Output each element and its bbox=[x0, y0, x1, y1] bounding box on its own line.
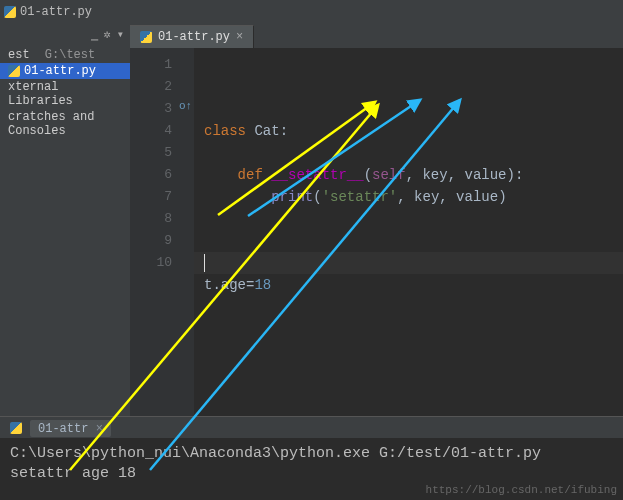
hide-icon[interactable]: ▾ bbox=[117, 27, 124, 42]
stdout-line: setattr age 18 bbox=[10, 465, 136, 482]
run-config-tab[interactable]: 01-attr × bbox=[30, 420, 111, 437]
current-line-highlight bbox=[194, 252, 623, 274]
external-libraries[interactable]: xternal Libraries bbox=[0, 79, 130, 109]
project-tree[interactable]: est G:\test 01-attr.py xternal Libraries… bbox=[0, 45, 130, 141]
python-file-icon bbox=[4, 6, 16, 18]
editor-tab[interactable]: 01-attr.py × bbox=[130, 25, 254, 48]
collapse-icon[interactable]: ⎯ bbox=[91, 28, 98, 42]
title-bar: 01-attr.py bbox=[0, 0, 623, 25]
fold-column: o↑ bbox=[178, 48, 194, 416]
command-line: C:\Users\python_nui\Anaconda3\python.exe… bbox=[10, 445, 541, 462]
editor-tab-strip: 01-attr.py × bbox=[130, 24, 623, 49]
python-file-icon bbox=[8, 65, 20, 77]
python-file-icon bbox=[10, 422, 22, 434]
line-number-gutter: 12345678910 bbox=[130, 48, 178, 416]
code-area[interactable]: class Cat: def __setattr__(self, key, va… bbox=[194, 48, 623, 416]
sidebar-toolbar: ⎯ ✲ ▾ bbox=[0, 24, 130, 45]
text-caret bbox=[204, 254, 205, 272]
project-sidebar[interactable]: ⎯ ✲ ▾ est G:\test 01-attr.py xternal Lib… bbox=[0, 24, 130, 416]
run-tool-tab-strip: 01-attr × bbox=[0, 416, 623, 439]
scratches-consoles[interactable]: cratches and Consoles bbox=[0, 109, 130, 139]
watermark: https://blog.csdn.net/ifubing bbox=[426, 484, 617, 496]
tree-file-selected[interactable]: 01-attr.py bbox=[0, 63, 130, 79]
override-marker-icon[interactable]: o↑ bbox=[179, 100, 192, 112]
close-icon[interactable]: × bbox=[236, 30, 243, 44]
close-icon[interactable]: × bbox=[96, 422, 103, 436]
code-editor[interactable]: 12345678910 o↑ class Cat: def __setattr_… bbox=[130, 48, 623, 416]
window-title: 01-attr.py bbox=[20, 5, 92, 19]
tab-label: 01-attr.py bbox=[158, 30, 230, 44]
project-root[interactable]: est G:\test bbox=[0, 47, 130, 63]
python-file-icon bbox=[140, 31, 152, 43]
gear-icon[interactable]: ✲ bbox=[104, 27, 111, 42]
